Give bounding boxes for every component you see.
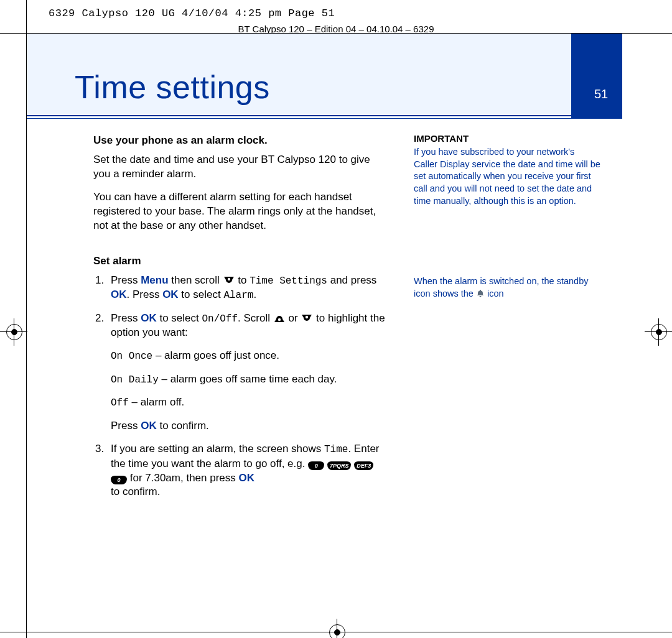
option-text: – alarm goes off just once. bbox=[152, 349, 279, 361]
step-item: Press Menu then scroll to Time Settings … bbox=[107, 274, 386, 303]
option-text: – alarm goes off same time each day. bbox=[159, 373, 337, 385]
step-text: to select bbox=[179, 289, 224, 300]
step-text: for 7.30am, then press bbox=[127, 472, 239, 484]
step-text: . Press bbox=[127, 289, 163, 300]
step-text: to select bbox=[157, 312, 202, 324]
option-text: – alarm off. bbox=[129, 396, 184, 408]
title-banner-underline bbox=[27, 115, 622, 116]
svg-point-0 bbox=[227, 277, 230, 280]
softkey-label: Menu bbox=[141, 274, 168, 286]
option-line: Off – alarm off. bbox=[111, 395, 386, 410]
page-title: Time settings bbox=[75, 68, 270, 106]
svg-point-2 bbox=[306, 316, 308, 318]
side-note: When the alarm is switched on, the stand… bbox=[414, 275, 600, 300]
section-heading: Use your phone as an alarm clock. bbox=[93, 134, 386, 148]
step-text: If you are setting an alarm, the screen … bbox=[111, 443, 324, 455]
step-item: Press OK to select On/Off. Scroll or to … bbox=[107, 312, 386, 433]
step-text: Press bbox=[111, 312, 141, 324]
step-text: Press OK to confirm. bbox=[111, 419, 386, 433]
display-text: Time Settings bbox=[250, 275, 327, 287]
side-note-text: If you have subscribed to your network's… bbox=[414, 146, 600, 207]
print-slug: 6329 Calypso 120 UG 4/10/04 4:25 pm Page… bbox=[49, 7, 335, 19]
step-text: Press bbox=[111, 420, 141, 432]
side-note-text: icon bbox=[485, 289, 504, 298]
numbered-steps: Press Menu then scroll to Time Settings … bbox=[93, 274, 386, 500]
reg-mark bbox=[11, 329, 17, 335]
display-text: On Once bbox=[111, 351, 152, 362]
bell-icon bbox=[476, 289, 485, 298]
display-text: On Daily bbox=[111, 374, 159, 386]
side-heading: IMPORTANT bbox=[414, 132, 600, 145]
step-text: to bbox=[235, 274, 250, 286]
keypad-key-0: 0 bbox=[111, 476, 127, 484]
scroll-down-icon bbox=[223, 275, 235, 285]
scroll-down-icon bbox=[301, 313, 313, 323]
display-text: Time bbox=[324, 444, 348, 455]
option-line: On Daily – alarm goes off same time each… bbox=[111, 372, 386, 387]
side-column: IMPORTANT If you have subscribed to your… bbox=[414, 132, 600, 207]
option-line: On Once – alarm goes off just once. bbox=[111, 349, 386, 364]
body-paragraph: Set the date and time and use your BT Ca… bbox=[93, 153, 386, 182]
step-text: to confirm. bbox=[111, 486, 160, 497]
display-text: On/Off bbox=[202, 313, 238, 325]
softkey-label: OK bbox=[162, 289, 179, 300]
step-text: . Scroll bbox=[238, 312, 273, 324]
step-item: If you are setting an alarm, the screen … bbox=[107, 442, 386, 499]
softkey-label: OK bbox=[141, 420, 157, 432]
keypad-key-7: 7PQRS bbox=[327, 461, 352, 470]
softkey-label: OK bbox=[111, 289, 127, 300]
section-heading: Set alarm bbox=[93, 254, 386, 269]
softkey-label: OK bbox=[141, 312, 157, 324]
step-text: then scroll bbox=[169, 274, 223, 286]
svg-point-1 bbox=[278, 318, 281, 321]
step-text: . bbox=[253, 289, 256, 300]
step-text: Press bbox=[111, 274, 141, 286]
reg-mark bbox=[656, 329, 662, 335]
main-column: Use your phone as an alarm clock. Set th… bbox=[93, 134, 386, 508]
reg-mark bbox=[334, 629, 340, 636]
body-paragraph: You can have a different alarm setting f… bbox=[93, 190, 386, 233]
display-text: Off bbox=[111, 397, 129, 409]
scroll-up-icon bbox=[273, 313, 286, 323]
keypad-key-0: 0 bbox=[308, 461, 324, 470]
display-text: Alarm bbox=[223, 290, 253, 301]
keypad-key-3: DEF3 bbox=[354, 461, 373, 470]
page-number: 51 bbox=[594, 87, 608, 101]
softkey-label: OK bbox=[239, 472, 255, 484]
step-text: to confirm. bbox=[157, 420, 209, 432]
step-text: or bbox=[286, 312, 301, 324]
step-text: and press bbox=[327, 274, 376, 286]
